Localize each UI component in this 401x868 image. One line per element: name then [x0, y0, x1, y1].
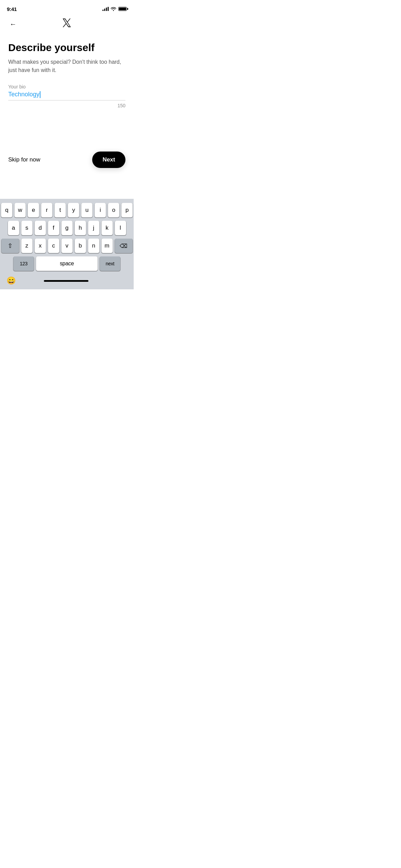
- key-j[interactable]: j: [88, 221, 99, 235]
- emoji-button[interactable]: 😄: [7, 276, 16, 285]
- emoji-bar: 😄: [1, 274, 133, 288]
- key-d[interactable]: d: [35, 221, 46, 235]
- back-arrow-icon: ←: [10, 20, 16, 28]
- bio-text: Technology: [8, 91, 125, 98]
- numbers-key[interactable]: 123: [13, 256, 34, 271]
- battery-icon: [118, 7, 127, 11]
- page-subtitle: What makes you special? Don't think too …: [8, 58, 125, 74]
- bio-value: Technology: [8, 91, 39, 98]
- key-p[interactable]: p: [121, 203, 133, 217]
- key-c[interactable]: c: [48, 239, 59, 253]
- key-a[interactable]: a: [8, 221, 19, 235]
- action-bar: Skip for now Next: [0, 147, 134, 173]
- key-l[interactable]: l: [115, 221, 126, 235]
- key-w[interactable]: w: [14, 203, 26, 217]
- key-r[interactable]: r: [41, 203, 52, 217]
- next-key[interactable]: next: [100, 256, 120, 271]
- key-m[interactable]: m: [101, 239, 113, 253]
- key-s[interactable]: s: [21, 221, 33, 235]
- next-button[interactable]: Next: [92, 152, 125, 168]
- shift-key[interactable]: ⇧: [1, 239, 19, 253]
- back-button[interactable]: ←: [7, 18, 19, 31]
- signal-icon: [102, 7, 109, 11]
- keyboard: q w e r t y u i o p a s d f g h j k l ⇧ …: [0, 199, 134, 289]
- key-q[interactable]: q: [1, 203, 12, 217]
- home-indicator: [44, 280, 88, 282]
- keyboard-row-2: a s d f g h j k l: [1, 221, 133, 235]
- char-count: 150: [118, 103, 125, 108]
- status-bar: 9:41: [0, 0, 134, 15]
- main-content: Describe yourself What makes you special…: [0, 33, 134, 100]
- key-n[interactable]: n: [88, 239, 99, 253]
- bio-input-container[interactable]: Technology 150: [8, 91, 125, 100]
- key-i[interactable]: i: [95, 203, 106, 217]
- key-z[interactable]: z: [21, 239, 33, 253]
- status-time: 9:41: [7, 6, 17, 12]
- key-h[interactable]: h: [75, 221, 86, 235]
- key-e[interactable]: e: [28, 203, 39, 217]
- key-x[interactable]: x: [35, 239, 46, 253]
- key-t[interactable]: t: [54, 203, 66, 217]
- status-icons: [102, 7, 127, 11]
- x-logo: [61, 17, 72, 31]
- nav-bar: ←: [0, 15, 134, 33]
- key-b[interactable]: b: [75, 239, 86, 253]
- page-title: Describe yourself: [8, 41, 125, 54]
- key-k[interactable]: k: [101, 221, 113, 235]
- keyboard-row-4: 123 space next: [1, 256, 133, 271]
- delete-key[interactable]: ⌫: [115, 239, 133, 253]
- key-o[interactable]: o: [108, 203, 119, 217]
- key-f[interactable]: f: [48, 221, 59, 235]
- key-u[interactable]: u: [81, 203, 93, 217]
- keyboard-row-1: q w e r t y u i o p: [1, 203, 133, 217]
- key-v[interactable]: v: [61, 239, 73, 253]
- key-y[interactable]: y: [68, 203, 79, 217]
- keyboard-row-3: ⇧ z x c v b n m ⌫: [1, 239, 133, 253]
- bio-cursor: [40, 91, 40, 98]
- key-g[interactable]: g: [61, 221, 73, 235]
- bio-label: Your bio: [8, 84, 125, 89]
- wifi-icon: [111, 7, 116, 11]
- space-key[interactable]: space: [36, 256, 98, 271]
- skip-link[interactable]: Skip for now: [8, 156, 40, 163]
